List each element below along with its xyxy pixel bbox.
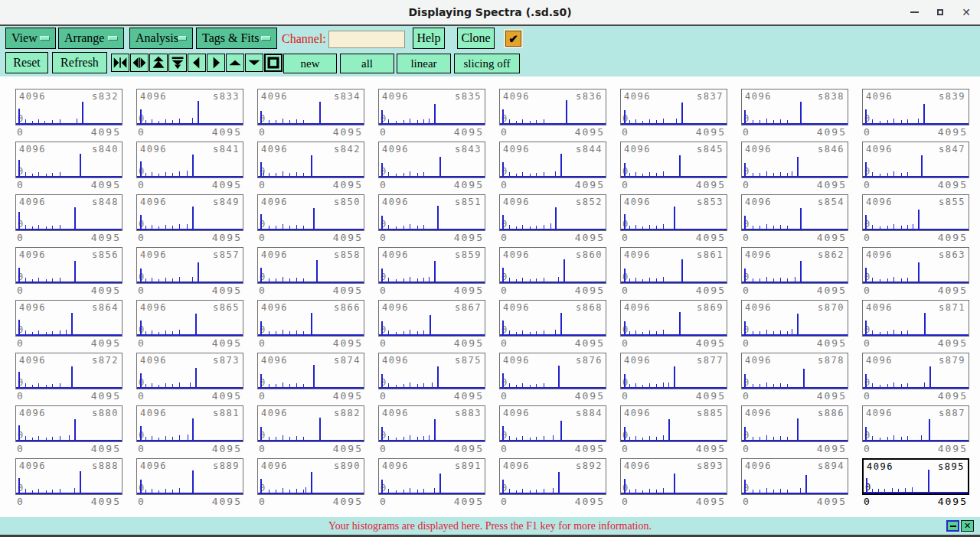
spectrum-panel-s872[interactable]: 4096s872004095 [15,353,122,404]
spectrum-plot[interactable]: 4096s8740 [257,353,364,389]
spectrum-plot[interactable]: 4096s8540 [741,194,848,231]
menu-view[interactable]: View [5,28,56,49]
spectrum-panel-s837[interactable]: 4096s837004095 [620,89,727,140]
spectrum-panel-s839[interactable]: 4096s839004095 [862,89,969,140]
spectrum-panel-s873[interactable]: 4096s873004095 [136,353,243,404]
spectrum-panel-s855[interactable]: 4096s855004095 [862,194,969,246]
spectrum-plot[interactable]: 4096s8590 [378,247,485,284]
spectrum-plot[interactable]: 4096s8370 [620,89,727,125]
spectrum-plot[interactable]: 4096s8520 [499,194,606,231]
spectrum-panel-s849[interactable]: 4096s849004095 [136,194,243,246]
spectrum-plot[interactable]: 4096s8720 [15,353,122,389]
spectrum-panel-s857[interactable]: 4096s857004095 [136,247,243,298]
spectrum-plot[interactable]: 4096s8580 [257,247,364,284]
spectrum-plot[interactable]: 4096s8450 [620,142,727,178]
spectrum-panel-s868[interactable]: 4096s868004095 [499,300,606,351]
full-view-icon[interactable] [264,54,283,72]
spectrum-plot[interactable]: 4096s8810 [136,405,243,442]
spectrum-plot[interactable]: 4096s8400 [15,142,122,178]
spectrum-plot[interactable]: 4096s8410 [136,142,243,178]
spectrum-panel-s879[interactable]: 4096s879004095 [862,353,969,404]
linear-button[interactable]: linear [397,54,451,73]
contract-x-icon[interactable] [111,54,129,72]
spectrum-plot[interactable]: 4096s8760 [499,353,606,389]
spectrum-panel-s844[interactable]: 4096s844004095 [499,142,606,193]
spectrum-panel-s843[interactable]: 4096s843004095 [378,142,485,193]
spectrum-plot[interactable]: 4096s8670 [378,300,485,337]
spectrum-panel-s847[interactable]: 4096s847004095 [862,142,969,193]
spectrum-panel-s887[interactable]: 4096s887004095 [862,405,969,457]
statusbar-close-icon[interactable]: ✕ [961,520,974,532]
spectrum-panel-s883[interactable]: 4096s883004095 [378,405,485,457]
all-button[interactable]: all [340,54,394,73]
spectrum-plot[interactable]: 4096s8710 [862,300,969,337]
spectrum-panel-s866[interactable]: 4096s866004095 [257,300,364,351]
spectrum-plot[interactable]: 4096s8380 [741,89,848,125]
spectrum-plot[interactable]: 4096s8610 [620,247,727,284]
spectrum-panel-s860[interactable]: 4096s860004095 [499,247,606,298]
spectrum-panel-s867[interactable]: 4096s867004095 [378,300,485,351]
spectrum-plot[interactable]: 4096s8510 [378,194,485,231]
spectrum-plot[interactable]: 4096s8530 [620,194,727,231]
spectrum-panel-s893[interactable]: 4096s893004095 [620,458,727,509]
spectrum-plot[interactable]: 4096s8850 [620,405,727,442]
spectrum-panel-s850[interactable]: 4096s850004095 [257,194,364,246]
spectrum-panel-s859[interactable]: 4096s859004095 [378,247,485,298]
minimize-icon[interactable] [910,11,919,13]
spectrum-plot[interactable]: 4096s8700 [741,300,848,337]
spectrum-panel-s846[interactable]: 4096s846004095 [741,142,848,193]
spectrum-plot[interactable]: 4096s8470 [862,142,969,178]
spectrum-plot[interactable]: 4096s8620 [741,247,848,284]
channel-input[interactable] [328,31,405,48]
spectrum-panel-s889[interactable]: 4096s889004095 [136,458,243,509]
spectrum-panel-s880[interactable]: 4096s880004095 [15,405,122,457]
spectrum-panel-s865[interactable]: 4096s865004095 [136,300,243,351]
spectrum-plot[interactable]: 4096s8930 [620,458,727,495]
spectrum-plot[interactable]: 4096s8680 [499,300,606,337]
spectrum-panel-s858[interactable]: 4096s858004095 [257,247,364,298]
spectrum-plot[interactable]: 4096s8350 [378,89,485,125]
spectrum-panel-s862[interactable]: 4096s862004095 [741,247,848,298]
spectrum-plot[interactable]: 4096s8690 [620,300,727,337]
toolbar-checkbox[interactable]: ✔ [505,31,521,47]
spectrum-panel-s891[interactable]: 4096s891004095 [378,458,485,509]
spectrum-panel-s841[interactable]: 4096s841004095 [136,142,243,193]
new-button[interactable]: new [283,54,337,73]
spectrum-panel-s848[interactable]: 4096s848004095 [15,194,122,246]
spectrum-panel-s884[interactable]: 4096s884004095 [499,405,606,457]
spectrum-panel-s874[interactable]: 4096s874004095 [257,353,364,404]
spectrum-panel-s892[interactable]: 4096s892004095 [499,458,606,509]
spectrum-panel-s877[interactable]: 4096s877004095 [620,353,727,404]
spectrum-panel-s894[interactable]: 4096s894004095 [741,458,848,509]
spectrum-panel-s836[interactable]: 4096s836004095 [499,89,606,140]
expand-x-icon[interactable] [130,54,149,72]
left-icon[interactable] [188,54,206,72]
spectrum-panel-s851[interactable]: 4096s851004095 [378,194,485,246]
right-icon[interactable] [207,54,225,72]
maximize-icon[interactable] [937,9,943,15]
spectrum-plot[interactable]: 4096s8650 [136,300,243,337]
spectrum-plot[interactable]: 4096s8920 [499,458,606,495]
spectrum-panel-s838[interactable]: 4096s838004095 [741,89,848,140]
down-icon[interactable] [245,54,263,72]
spectrum-plot[interactable]: 4096s8640 [15,300,122,337]
spectrum-panel-s835[interactable]: 4096s835004095 [378,89,485,140]
refresh-button[interactable]: Refresh [52,52,107,73]
spectrum-panel-s881[interactable]: 4096s881004095 [136,405,243,457]
spectrum-panel-s885[interactable]: 4096s885004095 [620,405,727,457]
clone-button[interactable]: Clone [457,28,495,49]
spectrum-plot[interactable]: 4096s8890 [136,458,243,495]
spectrum-plot[interactable]: 4096s8560 [15,247,122,284]
spectrum-plot[interactable]: 4096s8490 [136,194,243,231]
double-up-icon[interactable] [149,54,168,72]
slicing-button[interactable]: slicing off [454,54,520,73]
spectrum-panel-s871[interactable]: 4096s871004095 [862,300,969,351]
spectrum-plot[interactable]: 4096s8820 [257,405,364,442]
spectrum-plot[interactable]: 4096s8910 [378,458,485,495]
spectrum-plot[interactable]: 4096s8880 [15,458,122,495]
spectrum-plot[interactable]: 4096s8790 [862,353,969,389]
spectrum-panel-s861[interactable]: 4096s861004095 [620,247,727,298]
spectrum-panel-s882[interactable]: 4096s882004095 [257,405,364,457]
spectrum-plot[interactable]: 4096s8950 [862,458,969,495]
spectrum-plot[interactable]: 4096s8840 [499,405,606,442]
